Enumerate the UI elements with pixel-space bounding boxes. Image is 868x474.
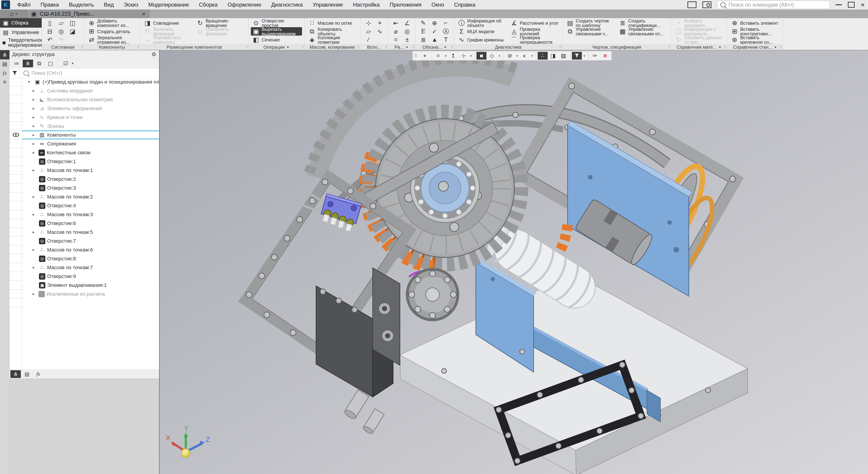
select-material-button[interactable]: ◔ Выбрать материал... bbox=[673, 19, 724, 27]
orientation-button[interactable]: ⊹ bbox=[459, 52, 469, 60]
tree-item-sketches[interactable]: ▸ ✎ Эскизы bbox=[22, 122, 159, 130]
preview-button[interactable]: ◎ bbox=[56, 27, 67, 36]
menu-view[interactable]: Вид bbox=[99, 0, 119, 9]
mate-coincide-button[interactable]: ◨ Совпадение bbox=[142, 19, 193, 27]
mirror-component-button[interactable]: ⇄ Зеркальное отражение ко... bbox=[86, 36, 137, 44]
base-mark-button[interactable]: ▲ bbox=[429, 36, 440, 44]
reference-dimension-button[interactable]: ◎ bbox=[402, 27, 413, 36]
eyedropper-button[interactable]: ✑ bbox=[590, 52, 600, 60]
normal-to-button[interactable]: ↥ bbox=[448, 52, 458, 60]
cut-extrude-button[interactable]: ▣ Вырезать выдавливанием bbox=[251, 27, 302, 36]
create-drawing-button[interactable]: ▤ Создать чертеж по шаблону bbox=[565, 19, 616, 27]
grid-array-button[interactable]: ∷ Массив по сетке bbox=[307, 19, 358, 27]
menu-styling[interactable]: Оформление bbox=[222, 0, 266, 9]
position-mark-button[interactable]: ⊕ bbox=[429, 19, 440, 27]
orientation-triad[interactable]: X Y Z bbox=[166, 424, 210, 458]
shaded-display-button[interactable]: ■ bbox=[476, 52, 487, 60]
add-component-button[interactable]: ⊕ Добавить компонент из... bbox=[86, 19, 137, 27]
tree-item-root-assembly[interactable]: ▾ ▣ (+)Привод круговых подач и позициони… bbox=[22, 77, 159, 86]
save-button[interactable]: ◫ bbox=[67, 19, 78, 27]
undo-button[interactable]: ↶ bbox=[44, 36, 56, 44]
hidden-lines-button[interactable]: ⊘ bbox=[505, 52, 515, 60]
coordinate-system-button[interactable]: ⌖ bbox=[420, 52, 430, 60]
tree-filter-list-button[interactable]: ☑ bbox=[61, 60, 71, 67]
simple-hole-button[interactable]: ⊙ Отверстие простое bbox=[251, 19, 302, 27]
expand-icon[interactable]: ▸ bbox=[33, 88, 38, 93]
expand-icon[interactable]: ▸ bbox=[33, 115, 38, 120]
menu-window[interactable]: Окно bbox=[426, 0, 449, 9]
tree-area-select-button[interactable]: ▢ bbox=[45, 60, 56, 67]
diameter-dimension-button[interactable]: ⌀ bbox=[390, 27, 402, 36]
tree-item-hole-1[interactable]: ◎ Отверстие:1 bbox=[22, 157, 159, 166]
viewport-3d-model[interactable]: X Y Z bbox=[160, 50, 868, 474]
tree-item-point-array-1[interactable]: ▸ ∴ Массив по точкам:1 bbox=[22, 166, 159, 175]
tree-item-hole-8[interactable]: ◎ Отверстие:8 bbox=[22, 254, 159, 263]
command-search-input[interactable]: Поиск по командам (Alt+/) bbox=[717, 1, 830, 9]
update-material-button[interactable]: ↻ Обновить данные по мат... bbox=[673, 36, 724, 44]
appearance-button[interactable]: ◨ bbox=[548, 52, 558, 60]
object-info-button[interactable]: ⓘ Информация об объекте bbox=[456, 19, 507, 27]
tree-item-hole-2[interactable]: ◎ Отверстие:2 bbox=[22, 175, 159, 184]
aux-point-button[interactable]: ⊹ bbox=[363, 19, 374, 27]
menu-sketch[interactable]: Эскиз bbox=[119, 0, 143, 9]
gutter-cell-components[interactable] bbox=[9, 130, 22, 139]
restore-button[interactable] bbox=[848, 2, 855, 8]
menu-select[interactable]: Выделить bbox=[64, 0, 99, 9]
geometry-collection-button[interactable]: ◈ Коллекция геометрии bbox=[307, 36, 358, 44]
expand-icon[interactable]: ▸ bbox=[33, 168, 38, 172]
footer-variables-tab[interactable]: fx bbox=[33, 370, 43, 378]
menu-help[interactable]: Справка bbox=[449, 0, 480, 9]
chevron-down-icon[interactable]: ▾ bbox=[444, 52, 448, 60]
aux-plane-button[interactable]: ▱ bbox=[363, 27, 374, 36]
close-quickbar-button[interactable]: × bbox=[600, 52, 610, 60]
aux-axis-button[interactable]: ∕ bbox=[363, 36, 374, 44]
expand-icon[interactable]: ▸ bbox=[33, 106, 38, 111]
strip-parameters-tab[interactable]: ▤ bbox=[0, 59, 9, 68]
collapse-icon[interactable]: ▾ bbox=[28, 80, 34, 84]
menu-management[interactable]: Управление bbox=[308, 0, 348, 9]
tree-item-components[interactable]: ▸ ▥ Компоненты bbox=[22, 130, 159, 139]
document-tab[interactable]: ▣ СШ-А16.223_Приво... × bbox=[27, 9, 150, 18]
menu-diagnostics[interactable]: Диагностика bbox=[266, 0, 308, 9]
disable-fixation-button[interactable]: ⊔ Отключить фиксацию bbox=[195, 27, 246, 36]
footer-tree-tab[interactable]: ⋔ bbox=[10, 370, 21, 378]
tree-relations-button[interactable]: ⧉ bbox=[34, 60, 44, 67]
continuity-check-button[interactable]: ⌒ Проверка непрерывности bbox=[509, 36, 560, 44]
expand-icon[interactable]: ▸ bbox=[33, 230, 38, 234]
tree-item-hole-9[interactable]: ◎ Отверстие:9 bbox=[22, 272, 159, 281]
tree-item-context-links[interactable]: ▸ ∞ Контекстные связи bbox=[22, 148, 159, 157]
menu-assembly[interactable]: Сборка bbox=[194, 0, 222, 9]
aux-curve-button[interactable]: ∿ bbox=[374, 27, 385, 36]
section-button[interactable]: ◧ Сечение bbox=[251, 36, 302, 44]
texture-button[interactable]: ▨ bbox=[558, 52, 568, 60]
expand-icon[interactable]: ▸ bbox=[33, 247, 38, 252]
tree-item-coordinate-systems[interactable]: ▸ ⊥ Системы координат bbox=[22, 86, 159, 95]
aux-cs-button[interactable]: ⌖ bbox=[374, 19, 385, 27]
text-annotation-button[interactable]: T bbox=[440, 36, 452, 44]
strip-menu-tab[interactable]: ≡ bbox=[0, 77, 9, 87]
tree-item-auxiliary-geometry[interactable]: ▸ ◣ Вспомогательная геометрия bbox=[22, 95, 159, 104]
insert-fastener-button[interactable]: ⊛ Вставить крепежное со... bbox=[729, 36, 780, 44]
tree-item-hole-3[interactable]: ◎ Отверстие:3 bbox=[22, 184, 159, 192]
tree-item-point-array-2[interactable]: ▸ ∴ Массив по точкам:2 bbox=[22, 192, 159, 201]
close-window-button[interactable]: × bbox=[861, 1, 865, 8]
strip-variables-tab[interactable]: fx bbox=[0, 68, 9, 77]
radial-dimension-button[interactable]: ⌗ bbox=[390, 36, 402, 44]
copy-objects-button[interactable]: ⧉ Копировать объекты bbox=[307, 27, 358, 36]
toolset-assembly[interactable]: ▣ Сборка bbox=[0, 18, 42, 28]
mate-rotation-button[interactable]: ↻ Вращение-вращение bbox=[195, 19, 246, 27]
snap-button[interactable]: ∴ bbox=[538, 52, 548, 60]
tree-item-excluded[interactable]: ▸ × Исключенные из расчета bbox=[22, 290, 159, 298]
menu-file[interactable]: Файл bbox=[12, 0, 36, 9]
tolerance-frame-button[interactable]: ⌐ bbox=[440, 19, 452, 27]
tree-item-point-array-3[interactable]: ▸ ∴ Массив по точкам:3 bbox=[22, 210, 159, 219]
caption-caret-icon[interactable]: ▼ bbox=[718, 45, 721, 49]
insert-element-button[interactable]: ⊕ Вставить элемент bbox=[729, 19, 780, 27]
linked-specs-button[interactable]: ▦ Управление связанными сп... bbox=[617, 27, 669, 36]
print-button[interactable]: ⊟ bbox=[44, 27, 56, 36]
section-view-button[interactable]: ◐ bbox=[520, 52, 530, 60]
distance-angle-button[interactable]: ∡ Расстояние и угол bbox=[509, 19, 560, 27]
expand-icon[interactable]: ▸ bbox=[33, 194, 38, 199]
curvature-graph-button[interactable]: ∿ График кривизны bbox=[456, 36, 507, 44]
leader-note-button[interactable]: ✎ bbox=[417, 19, 429, 27]
